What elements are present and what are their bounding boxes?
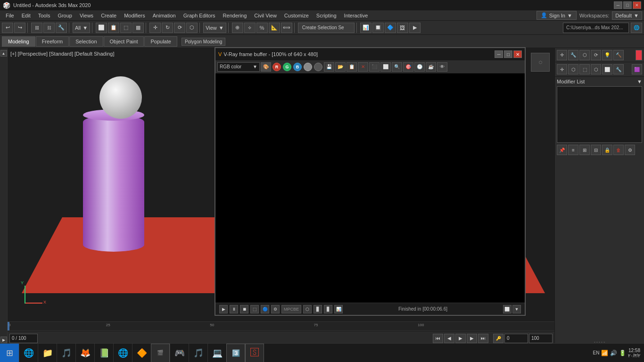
link-button[interactable]: ⛓: [31, 23, 42, 33]
red-channel-btn[interactable]: R: [272, 63, 281, 71]
schematic-view-button[interactable]: 🔲: [372, 23, 384, 33]
render-setup-button[interactable]: 🖼: [397, 23, 408, 33]
taskbar-chrome[interactable]: 🌐: [113, 344, 132, 362]
taskbar-s-app[interactable]: 🅂: [245, 344, 264, 362]
undo-button[interactable]: ↩: [2, 23, 13, 33]
redo-button[interactable]: ↪: [14, 23, 25, 33]
menu-rendering[interactable]: Rendering: [219, 12, 251, 19]
bind-space-warp[interactable]: 🔧: [56, 23, 67, 33]
taskbar-explorer[interactable]: 📁: [38, 344, 57, 362]
restore-button[interactable]: □: [623, 1, 632, 9]
menu-views[interactable]: Views: [76, 12, 97, 19]
color-swatch[interactable]: [636, 50, 642, 60]
material-editor-button[interactable]: 🔷: [385, 23, 396, 33]
vray-lens-effects-btn[interactable]: 👁: [437, 62, 447, 72]
panel-icon-6[interactable]: 🔧: [613, 64, 624, 74]
go-start-button[interactable]: ⏮: [433, 334, 443, 343]
taskbar-wmplayer[interactable]: 🎵: [57, 344, 75, 362]
tab-object-paint[interactable]: Object Paint: [104, 36, 144, 47]
close-button[interactable]: ✕: [633, 1, 641, 9]
taskbar-cs-go[interactable]: 🎮: [170, 344, 189, 362]
taskbar-finder[interactable]: 💻: [207, 344, 226, 362]
vray-ipr-btn[interactable]: 🔵: [261, 305, 269, 313]
display-panel-tab[interactable]: 💡: [602, 50, 612, 60]
show-stack-btn[interactable]: ≡: [568, 145, 578, 155]
vray-minimize-btn[interactable]: ─: [495, 50, 503, 58]
vray-copy-btn[interactable]: 📋: [347, 62, 357, 72]
create-selection-set-button[interactable]: Create Selection Se: [298, 23, 355, 33]
play-button[interactable]: ▶: [455, 334, 466, 343]
vray-stats-btn[interactable]: 📊: [334, 305, 343, 313]
taskbar-excel[interactable]: 📗: [94, 344, 113, 362]
select-object-button[interactable]: ⬜: [96, 23, 107, 33]
vray-bar1-btn[interactable]: ▊: [314, 305, 322, 313]
panel-icon-5[interactable]: ⬜: [602, 64, 612, 74]
menu-tools[interactable]: Tools: [34, 12, 54, 19]
view-dropdown[interactable]: View ▼: [203, 23, 226, 33]
menu-animation[interactable]: Animation: [149, 12, 180, 19]
blue-channel-btn[interactable]: B: [293, 63, 302, 71]
make-unique-btn[interactable]: 🔒: [602, 145, 612, 155]
signin-button[interactable]: 👤 Sign In ▼: [537, 11, 577, 20]
modify-panel-tab[interactable]: 🔧: [568, 50, 578, 60]
go-end-button[interactable]: ⏭: [478, 334, 488, 343]
path-icon[interactable]: 🌐: [631, 23, 642, 33]
percent-snap[interactable]: %: [256, 23, 268, 33]
utility-panel-tab[interactable]: 🔨: [613, 50, 624, 60]
spinner-snap[interactable]: 📐: [269, 23, 280, 33]
vray-pause-btn[interactable]: ⏸: [230, 305, 238, 313]
menu-scripting[interactable]: Scripting: [313, 12, 340, 19]
show-end-result-btn[interactable]: ⊟: [591, 145, 601, 155]
snap-toggle[interactable]: ⊕: [232, 23, 243, 33]
vray-presets-btn[interactable]: ⚙: [271, 305, 280, 313]
menu-create[interactable]: Create: [97, 12, 120, 19]
curve-editor-button[interactable]: 📊: [360, 23, 372, 33]
panel-icon-3[interactable]: ⬚: [579, 64, 590, 74]
taskbar-ie[interactable]: 🌐: [19, 344, 38, 362]
menu-graph-editors[interactable]: Graph Editors: [180, 12, 219, 19]
select-region-type-button[interactable]: ▦: [132, 23, 144, 33]
channel-btn-gray2[interactable]: [314, 63, 322, 71]
select-by-name-button[interactable]: 📋: [108, 23, 119, 33]
rotate-button[interactable]: ↻: [162, 23, 173, 33]
vray-reg-render-btn[interactable]: ⬚: [250, 305, 259, 313]
vray-layers-btn[interactable]: ⬜: [380, 62, 391, 72]
tab-selection[interactable]: Selection: [69, 36, 103, 47]
motion-panel-tab[interactable]: ⟳: [591, 50, 601, 60]
time-config[interactable]: 100: [529, 334, 553, 343]
vray-mpc-label[interactable]: MPCBE: [281, 305, 301, 313]
vray-bar2-btn[interactable]: ▊: [324, 305, 332, 313]
vray-close-btn[interactable]: ✕: [513, 50, 522, 58]
filter-dropdown[interactable]: All ▼: [73, 23, 90, 33]
vray-color-clamp-btn[interactable]: 🎯: [403, 62, 413, 72]
tab-modeling[interactable]: Modeling: [2, 36, 35, 47]
vray-render-btn[interactable]: ▶: [219, 305, 228, 313]
vray-compare-btn[interactable]: ⬛: [369, 62, 380, 72]
key-mode-button[interactable]: 🔑: [493, 334, 504, 343]
taskbar-spotify[interactable]: 🎵: [189, 344, 207, 362]
vray-restore-btn[interactable]: □: [504, 50, 512, 58]
menu-modifiers[interactable]: Modifiers: [120, 12, 149, 19]
panel-icon-2[interactable]: ⬡: [568, 64, 578, 74]
vray-settings-btn[interactable]: ☕: [426, 62, 436, 72]
viewport-nav-cube[interactable]: ⬡: [531, 53, 550, 72]
panel-icon-4[interactable]: ⬡: [591, 64, 601, 74]
material-color-btn[interactable]: 🟪: [632, 64, 642, 74]
vray-pan-btn[interactable]: ▼: [512, 305, 521, 313]
next-frame-button[interactable]: ▶: [467, 334, 477, 343]
menu-group[interactable]: Group: [54, 12, 76, 19]
vray-bucket-btn[interactable]: ⬡: [303, 305, 312, 313]
vray-pixel-info-btn[interactable]: 🔍: [392, 62, 402, 72]
prev-frame-button[interactable]: ◀: [444, 334, 454, 343]
menu-interactive[interactable]: Interactive: [340, 12, 372, 19]
angle-snap[interactable]: ⟡: [244, 23, 256, 33]
quick-render-button[interactable]: ▶: [409, 23, 421, 33]
mirror-button[interactable]: ⟺: [281, 23, 292, 33]
vray-history-btn[interactable]: 🕐: [414, 62, 425, 72]
taskbar-firefox[interactable]: 🦊: [75, 344, 94, 362]
vray-titlebar[interactable]: V V-Ray frame buffer - [100% of 640 x 48…: [215, 48, 525, 60]
configure-modifier-sets-btn[interactable]: ⚙: [625, 145, 635, 155]
create-panel-tab[interactable]: ✛: [557, 50, 567, 60]
frame-counter[interactable]: 0 / 100: [9, 334, 38, 343]
vray-open-btn[interactable]: 📂: [335, 62, 346, 72]
